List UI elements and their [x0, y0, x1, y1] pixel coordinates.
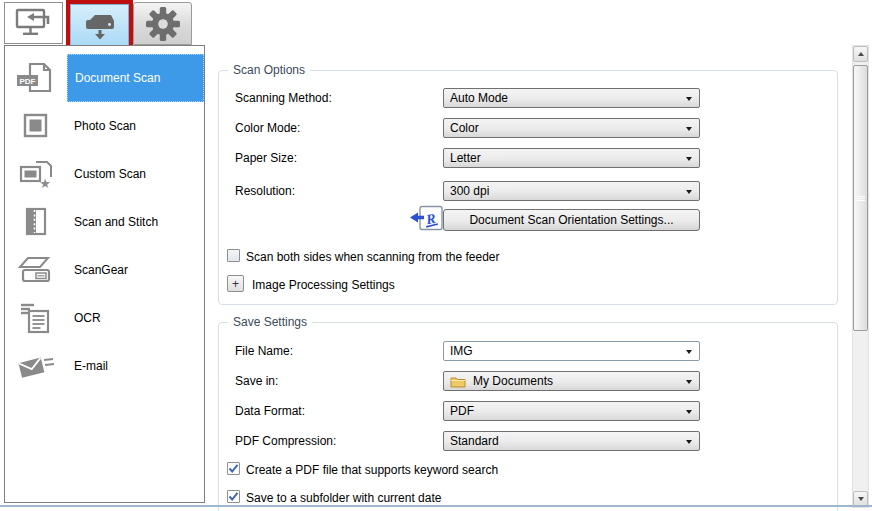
orientation-settings-button[interactable]: Document Scan Orientation Settings... — [443, 209, 700, 231]
settings-dialog: PDF Document Scan Photo Scan ★ — [0, 0, 872, 511]
paper-size-label: Paper Size: — [235, 151, 297, 165]
svg-text:★: ★ — [39, 176, 51, 191]
tab-general-settings[interactable] — [133, 2, 192, 45]
ocr-text-icon — [5, 294, 67, 342]
keyword-search-checkbox[interactable] — [227, 462, 240, 475]
custom-scan-star-icon: ★ — [5, 150, 67, 198]
file-name-label: File Name: — [235, 344, 293, 358]
data-format-dropdown[interactable]: PDF — [443, 401, 700, 421]
sidebar-item-label: Document Scan — [67, 54, 204, 102]
sidebar-item-scan-and-stitch[interactable]: Scan and Stitch — [5, 198, 204, 246]
dropdown-value: Auto Mode — [450, 91, 508, 105]
duplex-checkbox-label[interactable]: Scan both sides when scanning from the f… — [246, 250, 500, 264]
color-mode-dropdown[interactable]: Color — [443, 118, 700, 138]
chevron-down-icon — [686, 440, 692, 444]
sidebar-item-label: Photo Scan — [67, 102, 204, 150]
chevron-down-icon — [686, 190, 692, 194]
annotation-red-box — [66, 0, 133, 51]
rotate-r-arrow-icon[interactable]: R — [409, 205, 444, 232]
pdf-document-icon: PDF — [5, 54, 67, 102]
chevron-down-icon — [686, 410, 692, 414]
group-title: Save Settings — [228, 315, 312, 329]
chevron-down-icon — [686, 97, 692, 101]
pdf-compression-dropdown[interactable]: Standard — [443, 431, 700, 451]
combobox-value: IMG — [450, 344, 473, 358]
sidebar-item-label: Scan and Stitch — [67, 198, 204, 246]
pdf-compression-label: PDF Compression: — [235, 434, 336, 448]
scrollbar-grip — [857, 195, 865, 202]
file-name-combobox[interactable]: IMG — [443, 341, 700, 361]
chevron-down-icon — [686, 127, 692, 131]
sidebar-item-scangear[interactable]: ScanGear — [5, 246, 204, 294]
photo-icon — [5, 102, 67, 150]
chevron-down-icon — [686, 157, 692, 161]
email-envelope-icon — [5, 342, 67, 390]
sidebar-item-custom-scan[interactable]: ★ Custom Scan — [5, 150, 204, 198]
window-bottom-border — [0, 505, 872, 507]
sidebar-item-label: Custom Scan — [67, 150, 204, 198]
plus-icon: + — [232, 277, 239, 291]
monitor-arrow-icon — [14, 6, 54, 40]
paper-size-dropdown[interactable]: Letter — [443, 148, 700, 168]
dropdown-value: Standard — [450, 434, 499, 448]
sidebar-item-email[interactable]: E-mail — [5, 342, 204, 390]
save-in-label: Save in: — [235, 374, 278, 388]
gear-icon — [146, 7, 180, 41]
scan-mode-sidebar: PDF Document Scan Photo Scan ★ — [4, 45, 205, 503]
color-mode-label: Color Mode: — [235, 121, 300, 135]
image-processing-expander-button[interactable]: + — [227, 275, 244, 292]
subfolder-date-checkbox[interactable] — [227, 490, 240, 503]
check-icon — [228, 463, 239, 474]
triangle-up-icon — [858, 52, 864, 56]
scanning-method-label: Scanning Method: — [235, 91, 332, 105]
dropdown-value: My Documents — [473, 374, 553, 388]
flatbed-scanner-icon — [5, 246, 67, 294]
dropdown-value: 300 dpi — [450, 184, 489, 198]
save-in-dropdown[interactable]: My Documents — [443, 371, 700, 391]
sidebar-item-photo-scan[interactable]: Photo Scan — [5, 102, 204, 150]
keyword-search-checkbox-label[interactable]: Create a PDF file that supports keyword … — [246, 463, 498, 477]
group-title: Scan Options — [228, 63, 310, 77]
scanning-method-dropdown[interactable]: Auto Mode — [443, 88, 700, 108]
chevron-down-icon — [686, 380, 692, 384]
image-processing-label: Image Processing Settings — [252, 278, 395, 292]
dropdown-value: Color — [450, 121, 479, 135]
vertical-scrollbar[interactable] — [852, 45, 869, 508]
subfolder-date-checkbox-label[interactable]: Save to a subfolder with current date — [246, 491, 441, 505]
resolution-dropdown[interactable]: 300 dpi — [443, 181, 700, 201]
svg-text:PDF: PDF — [20, 77, 36, 86]
sidebar-item-label: ScanGear — [67, 246, 204, 294]
chevron-down-icon — [686, 350, 692, 354]
scroll-up-button[interactable] — [853, 46, 868, 62]
duplex-checkbox[interactable] — [227, 249, 240, 262]
tab-scanner-settings[interactable] — [70, 4, 129, 47]
sidebar-item-document-scan[interactable]: PDF Document Scan — [5, 54, 204, 102]
check-icon — [228, 491, 239, 502]
dropdown-value: Letter — [450, 151, 481, 165]
stitch-pages-icon — [5, 198, 67, 246]
data-format-label: Data Format: — [235, 404, 305, 418]
sidebar-item-label: OCR — [67, 294, 204, 342]
resolution-label: Resolution: — [235, 184, 295, 198]
sidebar-item-ocr[interactable]: OCR — [5, 294, 204, 342]
triangle-down-icon — [858, 497, 864, 501]
scanner-download-icon — [82, 10, 118, 42]
folder-icon — [450, 375, 466, 388]
sidebar-item-label: E-mail — [67, 342, 204, 390]
scrollbar-thumb[interactable] — [853, 65, 868, 331]
tab-scan-to-pc[interactable] — [4, 2, 63, 44]
dropdown-value: PDF — [450, 404, 474, 418]
